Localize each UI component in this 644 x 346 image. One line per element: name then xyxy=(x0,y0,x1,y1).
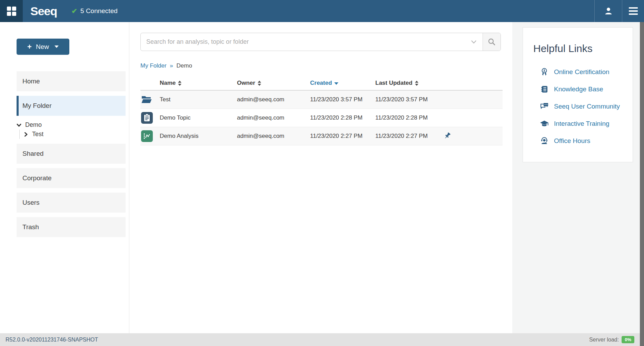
main-menu-button[interactable] xyxy=(622,0,644,22)
row-icon-cell xyxy=(140,95,160,104)
helpful-links-title: Helpful Links xyxy=(523,43,633,54)
server-load: Server load: 0% xyxy=(589,336,634,343)
sidebar-item-label: My Folder xyxy=(22,102,51,110)
navbar: Seeq ✔ 5 Connected xyxy=(0,0,644,22)
sidebar-item-label: Shared xyxy=(22,150,43,157)
row-icon-cell xyxy=(140,130,160,142)
window-edge-strip xyxy=(640,22,644,346)
user-account-button[interactable] xyxy=(594,0,622,22)
column-label: Last Updated xyxy=(375,80,413,86)
item-created: 11/23/2020 2:28 PM xyxy=(310,114,375,121)
sidebar-item-my-folder[interactable]: My Folder xyxy=(17,96,126,116)
item-last-updated: 11/23/2020 2:28 PM xyxy=(375,114,443,121)
sidebar-item-shared[interactable]: Shared xyxy=(17,144,126,164)
table-row-test[interactable]: Test admin@seeq.com 11/23/2020 3:57 PM 1… xyxy=(140,91,503,109)
link-seeq-user-community[interactable]: Seeq User Community xyxy=(523,98,633,115)
pin-icon[interactable] xyxy=(443,132,451,140)
link-online-certification[interactable]: Online Certification xyxy=(523,63,633,81)
content-area: + New Home My Folder Demo xyxy=(0,22,644,333)
item-owner: admin@seeq.com xyxy=(237,114,310,121)
item-name[interactable]: Test xyxy=(160,96,237,103)
item-last-updated: 11/23/2020 3:57 PM xyxy=(375,96,443,103)
items-table: Name Owner Created Last Updated xyxy=(140,76,503,145)
table-header-row: Name Owner Created Last Updated xyxy=(140,76,503,91)
training-icon xyxy=(539,120,549,128)
chevron-down-icon xyxy=(471,40,476,44)
folder-icon xyxy=(141,95,152,104)
connected-status-label: 5 Connected xyxy=(80,7,118,15)
new-button-label: New xyxy=(36,43,49,51)
sidebar-item-users[interactable]: Users xyxy=(17,193,126,213)
breadcrumb-my-folder[interactable]: My Folder xyxy=(140,62,167,69)
breadcrumb-current: Demo xyxy=(177,62,192,69)
sort-desc-icon xyxy=(334,82,338,85)
search-input[interactable] xyxy=(141,33,465,51)
right-panel: Helpful Links Online Certi xyxy=(512,22,644,333)
breadcrumb-separator: » xyxy=(170,62,173,69)
tree-item-label: Demo xyxy=(25,121,42,129)
server-load-badge: 0% xyxy=(622,336,634,343)
tree-item-demo[interactable]: Demo xyxy=(17,120,129,130)
sort-icon xyxy=(415,81,418,86)
column-label: Created xyxy=(310,80,332,86)
breadcrumb: My Folder » Demo xyxy=(140,62,501,69)
chevron-down-icon[interactable] xyxy=(17,123,21,128)
link-knowledge-base[interactable]: Knowledge Base xyxy=(523,81,633,98)
sidebar-item-home[interactable]: Home xyxy=(17,71,126,91)
chevron-down-icon xyxy=(55,45,59,48)
item-name[interactable]: Demo Topic xyxy=(160,114,237,121)
sort-icon xyxy=(258,81,261,86)
helpful-links-card: Helpful Links Online Certi xyxy=(523,27,633,162)
item-last-updated: 11/23/2020 2:27 PM xyxy=(375,133,443,140)
item-name[interactable]: Demo Analysis xyxy=(160,133,237,140)
column-header-owner[interactable]: Owner xyxy=(237,80,310,86)
link-label: Seeq User Community xyxy=(554,103,620,110)
search-bar xyxy=(140,33,501,51)
column-header-created[interactable]: Created xyxy=(310,80,375,86)
sidebar-item-label: Users xyxy=(22,199,40,206)
item-owner: admin@seeq.com xyxy=(237,96,310,103)
seeq-app: Seeq ✔ 5 Connected + New Ho xyxy=(0,0,644,346)
grid-icon xyxy=(7,7,16,16)
certification-icon xyxy=(539,68,549,76)
new-button[interactable]: + New xyxy=(17,39,69,55)
apps-menu-button[interactable] xyxy=(0,0,23,22)
server-load-label: Server load: xyxy=(589,337,619,343)
table-row-demo-topic[interactable]: Demo Topic admin@seeq.com 11/23/2020 2:2… xyxy=(140,109,503,127)
search-icon xyxy=(488,38,496,46)
link-label: Office Hours xyxy=(554,137,590,145)
helpful-links-list: Online Certification xyxy=(523,63,633,150)
knowledge-base-icon xyxy=(539,85,549,93)
seeq-logo[interactable]: Seeq xyxy=(30,4,57,18)
link-office-hours[interactable]: Office Hours xyxy=(523,132,633,150)
link-interactive-training[interactable]: Interactive Training xyxy=(523,115,633,132)
user-icon xyxy=(604,7,613,16)
community-icon xyxy=(539,103,549,110)
search-dropdown-toggle[interactable] xyxy=(465,33,483,51)
table-row-demo-analysis[interactable]: Demo Analysis admin@seeq.com 11/23/2020 … xyxy=(140,127,503,145)
hamburger-icon xyxy=(629,7,638,15)
link-label: Interactive Training xyxy=(554,120,610,128)
sidebar-item-label: Corporate xyxy=(22,174,52,182)
sidebar-item-corporate[interactable]: Corporate xyxy=(17,168,126,188)
link-label: Knowledge Base xyxy=(554,85,603,93)
version-label: R52.0.0-v202011231746-SNAPSHOT xyxy=(6,337,98,343)
column-label: Name xyxy=(160,80,176,86)
main-panel: My Folder » Demo Name Owner Crea xyxy=(129,22,512,333)
item-created: 11/23/2020 3:57 PM xyxy=(310,96,375,103)
check-icon: ✔ xyxy=(71,7,77,15)
chevron-right-icon[interactable] xyxy=(23,132,28,137)
link-label: Online Certification xyxy=(554,68,610,76)
datasources-status[interactable]: ✔ 5 Connected xyxy=(71,0,118,22)
footer: R52.0.0-v202011231746-SNAPSHOT Server lo… xyxy=(0,333,644,346)
tree-item-test[interactable]: Test xyxy=(23,130,129,139)
search-button[interactable] xyxy=(483,33,501,51)
column-label: Owner xyxy=(237,80,255,86)
item-created: 11/23/2020 2:27 PM xyxy=(310,133,375,140)
column-header-last-updated[interactable]: Last Updated xyxy=(375,80,443,86)
analysis-icon xyxy=(141,130,153,142)
tree-item-label: Test xyxy=(32,131,43,138)
column-header-name[interactable]: Name xyxy=(160,80,237,86)
sidebar-item-trash[interactable]: Trash xyxy=(17,217,126,237)
row-icon-cell xyxy=(140,112,160,124)
